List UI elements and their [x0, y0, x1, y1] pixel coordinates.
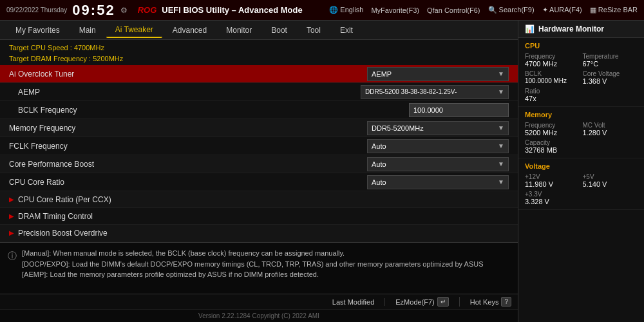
- info-icon: ⓘ: [8, 249, 17, 263]
- top-bar-left: 09/22/2022 Thursday 09:52 ⚙ ROG UEFI BIO…: [6, 2, 303, 19]
- nav-ai-tweaker[interactable]: Ai Tweaker: [106, 23, 162, 38]
- v33-label: +3.3V: [525, 191, 580, 198]
- search-btn[interactable]: 🔍 Search(F9): [488, 6, 535, 14]
- cpu-temp-label: Temperature: [583, 53, 638, 60]
- cpu-core-ratio-value[interactable]: Auto ▼: [367, 175, 509, 189]
- ez-mode-btn[interactable]: EzMode(F7) ↵: [395, 297, 460, 307]
- monitor-icon: 📊: [525, 24, 535, 33]
- aemp-dropdown-arrow: ▼: [498, 88, 504, 95]
- top-bar-right: 🌐 English MyFavorite(F3) Qfan Control(F6…: [329, 6, 638, 14]
- memory-fields: Frequency 5200 MHz MC Volt 1.280 V Capac…: [525, 122, 638, 154]
- ez-mode-key: ↵: [437, 297, 449, 307]
- cpu-core-voltage-field: Core Voltage 1.368 V: [583, 70, 638, 85]
- qfan-btn[interactable]: Qfan Control(F6): [427, 6, 480, 14]
- mem-freq-arrow: ▼: [498, 124, 504, 131]
- nav-main[interactable]: Main: [70, 23, 105, 37]
- expand-precision-boost-overdrive[interactable]: ▶ Precision Boost Overdrive: [0, 225, 518, 242]
- mem-frequency-field: Frequency 5200 MHz: [525, 122, 580, 137]
- cpu-bclk-value: 100.0000 MHz: [525, 77, 580, 84]
- dropdown-arrow: ▼: [498, 70, 504, 77]
- nav-bar: My Favorites Main Ai Tweaker Advanced Mo…: [0, 21, 518, 40]
- settings-icon[interactable]: ⚙: [120, 6, 128, 15]
- ai-overclock-tuner-value[interactable]: AEMP ▼: [367, 67, 509, 81]
- voltage-5v-field: +5V 5.140 V: [583, 173, 638, 188]
- aemp-value[interactable]: DDR5-5200 38-38-38-82-1.25V- ▼: [361, 85, 509, 99]
- bclk-label: BCLK Frequency: [18, 106, 409, 115]
- dram-timing-control-label: DRAM Timing Control: [18, 212, 93, 221]
- target-cpu-speed: Target CPU Speed : 4700MHz: [9, 43, 509, 53]
- setting-row-bclk: BCLK Frequency 100.0000: [0, 101, 518, 119]
- fclk-value[interactable]: Auto ▼: [367, 139, 509, 153]
- voltage-33v-field: +3.3V 3.328 V: [525, 191, 580, 205]
- language-selector[interactable]: 🌐 English: [329, 6, 363, 14]
- my-favorite-btn[interactable]: MyFavorite(F3): [371, 6, 419, 14]
- logo: ROG: [138, 5, 157, 15]
- cpu-core-voltage-label: Core Voltage: [583, 70, 638, 77]
- memory-freq-value[interactable]: DDR5-5200MHz ▼: [367, 121, 509, 135]
- mem-capacity-value: 32768 MB: [525, 146, 580, 154]
- ai-overclock-tuner-label: Ai Overclock Tuner: [9, 70, 367, 79]
- expand-cpu-core-ratio-per-ccx[interactable]: ▶ CPU Core Ratio (Per CCX): [0, 191, 518, 208]
- fclk-label: FCLK Frequency: [9, 142, 367, 151]
- target-dram-frequency: Target DRAM Frequency : 5200MHz: [9, 53, 509, 64]
- nav-boot[interactable]: Boot: [262, 23, 296, 37]
- bclk-input[interactable]: 100.0000: [409, 103, 509, 117]
- expand-dram-timing-control[interactable]: ▶ DRAM Timing Control: [0, 208, 518, 225]
- footer: Last Modified EzMode(F7) ↵ Hot Keys ?: [0, 294, 518, 309]
- bios-title: UEFI BIOS Utility – Advanced Mode: [162, 5, 302, 15]
- mem-mc-volt-label: MC Volt: [583, 122, 638, 129]
- mem-freq-label: Frequency: [525, 122, 580, 129]
- settings-area: Ai Overclock Tuner AEMP ▼ AEMP DDR5-5200…: [0, 65, 518, 242]
- hw-monitor-panel: 📊 Hardware Monitor CPU Frequency 4700 MH…: [518, 21, 644, 322]
- cpu-core-ratio-arrow: ▼: [498, 178, 504, 185]
- memory-section-title: Memory: [525, 111, 638, 118]
- expand-icon-1: ▶: [9, 196, 14, 203]
- cpu-bclk-field: BCLK 100.0000 MHz: [525, 70, 580, 85]
- cpu-temp-value: 67°C: [583, 60, 638, 68]
- version-text: Version 2.22.1284 Copyright (C) 2022 AMI: [198, 312, 319, 319]
- expand-icon-2: ▶: [9, 213, 14, 220]
- cpu-ratio-value: 47x: [525, 95, 580, 102]
- resize-bar-btn[interactable]: ▦ ReSize BAR: [590, 6, 638, 14]
- voltage-fields: +12V 11.980 V +5V 5.140 V +3.3V 3.328 V: [525, 173, 638, 205]
- v5-label: +5V: [583, 173, 638, 180]
- cpu-ratio-label: Ratio: [525, 88, 580, 95]
- v33-value: 3.328 V: [525, 198, 580, 205]
- mem-mc-volt-value: 1.280 V: [583, 129, 638, 137]
- setting-row-memory-freq: Memory Frequency DDR5-5200MHz ▼: [0, 119, 518, 137]
- last-modified-btn[interactable]: Last Modified: [332, 298, 385, 306]
- date-text: 09/22/2022 Thursday: [6, 6, 67, 14]
- aura-btn[interactable]: ✦ AURA(F4): [542, 6, 582, 14]
- core-boost-arrow: ▼: [498, 160, 504, 167]
- hw-section-memory: Memory Frequency 5200 MHz MC Volt 1.280 …: [518, 107, 644, 158]
- mem-capacity-field: Capacity 32768 MB: [525, 139, 580, 154]
- nav-my-favorites[interactable]: My Favorites: [6, 23, 69, 37]
- time-display: 09:52: [72, 2, 115, 19]
- status-bar: Target CPU Speed : 4700MHz Target DRAM F…: [0, 40, 518, 65]
- precision-boost-overdrive-label: Precision Boost Overdrive: [18, 229, 108, 238]
- setting-row-fclk: FCLK Frequency Auto ▼: [0, 137, 518, 155]
- memory-freq-label: Memory Frequency: [9, 124, 367, 133]
- cpu-core-ratio-per-ccx-label: CPU Core Ratio (Per CCX): [18, 195, 111, 204]
- cpu-frequency-label: Frequency: [525, 53, 580, 60]
- nav-tool[interactable]: Tool: [298, 23, 330, 37]
- cpu-bclk-label: BCLK: [525, 70, 580, 77]
- cpu-frequency-value: 4700 MHz: [525, 60, 580, 68]
- nav-advanced[interactable]: Advanced: [164, 23, 216, 37]
- setting-row-core-boost: Core Performance Boost Auto ▼: [0, 155, 518, 173]
- voltage-12v-field: +12V 11.980 V: [525, 173, 580, 188]
- cpu-section-title: CPU: [525, 42, 638, 50]
- nav-exit[interactable]: Exit: [331, 23, 362, 37]
- setting-row-cpu-core-ratio: CPU Core Ratio Auto ▼: [0, 173, 518, 191]
- cpu-ratio-field: Ratio 47x: [525, 88, 580, 102]
- hot-keys-btn[interactable]: Hot Keys ?: [470, 297, 511, 307]
- nav-monitor[interactable]: Monitor: [217, 23, 261, 37]
- hot-keys-key: ?: [501, 297, 511, 307]
- cpu-core-voltage-value: 1.368 V: [583, 77, 638, 85]
- v5-value: 5.140 V: [583, 180, 638, 188]
- mem-capacity-label: Capacity: [525, 139, 580, 146]
- datetime-block: 09/22/2022 Thursday: [6, 6, 67, 14]
- core-boost-value[interactable]: Auto ▼: [367, 157, 509, 171]
- voltage-section-title: Voltage: [525, 162, 638, 170]
- cpu-frequency-field: Frequency 4700 MHz: [525, 53, 580, 68]
